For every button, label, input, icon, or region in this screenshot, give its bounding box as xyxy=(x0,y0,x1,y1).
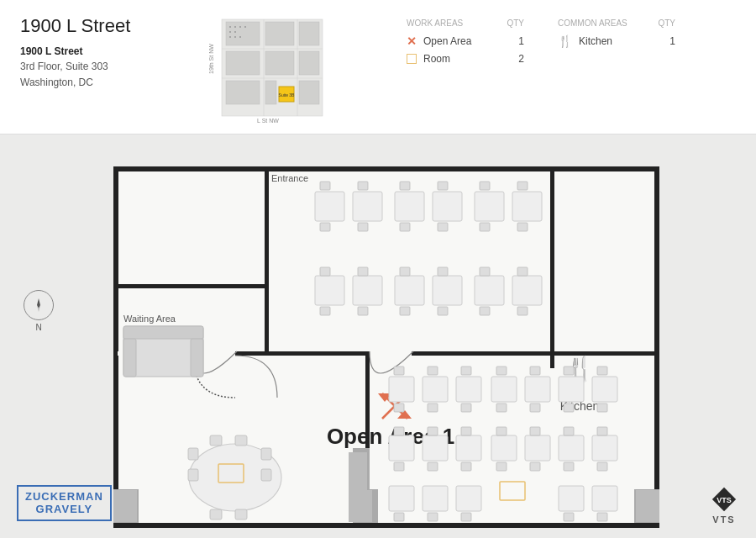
svg-rect-99 xyxy=(235,509,247,520)
svg-rect-78 xyxy=(395,276,424,305)
kitchen-qty: 1 xyxy=(669,35,675,47)
svg-text:VTS: VTS xyxy=(717,496,732,504)
svg-rect-135 xyxy=(496,427,507,435)
svg-rect-12 xyxy=(299,51,319,75)
svg-rect-136 xyxy=(530,427,540,435)
svg-rect-129 xyxy=(525,435,550,461)
svg-rect-125 xyxy=(389,435,414,461)
svg-rect-52 xyxy=(123,339,136,377)
mini-map: 19th St NW L St NW Suite 3B xyxy=(205,15,339,128)
svg-rect-64 xyxy=(320,182,330,190)
vts-brand: VTS VTS xyxy=(709,484,739,525)
compass-label: N xyxy=(35,323,41,332)
svg-rect-138 xyxy=(597,427,607,435)
svg-rect-87 xyxy=(517,267,528,276)
svg-text:L St NW: L St NW xyxy=(257,118,279,124)
svg-rect-33 xyxy=(654,166,659,528)
header-legend: Work Areas QTY ✕ Open Area 1 Room 2 Comm… xyxy=(339,15,736,70)
svg-rect-65 xyxy=(358,182,368,190)
svg-rect-86 xyxy=(480,267,490,276)
open-area-item: ✕ Open Area 1 xyxy=(407,34,524,48)
svg-rect-122 xyxy=(530,404,540,412)
svg-rect-71 xyxy=(358,223,368,231)
floorplan-area: N xyxy=(0,134,756,538)
svg-rect-156 xyxy=(597,513,607,521)
svg-rect-100 xyxy=(210,509,222,520)
svg-rect-16 xyxy=(265,81,276,104)
svg-rect-17 xyxy=(299,81,319,104)
svg-rect-60 xyxy=(395,192,424,221)
building-address-line2: Washington, DC xyxy=(20,75,188,91)
svg-rect-114 xyxy=(496,367,507,375)
room-icon xyxy=(407,54,417,64)
svg-rect-88 xyxy=(320,307,330,315)
svg-rect-45 xyxy=(370,351,412,356)
svg-text:19th St NW: 19th St NW xyxy=(208,44,214,74)
kitchen-icon: 🍴 xyxy=(558,34,572,48)
svg-rect-128 xyxy=(491,435,517,461)
svg-rect-108 xyxy=(525,377,550,402)
svg-rect-58 xyxy=(315,192,344,221)
svg-point-25 xyxy=(234,36,236,38)
svg-rect-95 xyxy=(210,435,222,446)
work-areas-title: Work Areas QTY xyxy=(407,18,524,28)
svg-rect-110 xyxy=(592,377,617,402)
svg-rect-91 xyxy=(438,307,448,315)
svg-rect-142 xyxy=(496,462,507,471)
svg-rect-77 xyxy=(353,276,382,305)
svg-rect-123 xyxy=(564,404,574,412)
svg-rect-154 xyxy=(461,513,471,521)
svg-rect-117 xyxy=(597,367,607,375)
svg-rect-149 xyxy=(456,486,481,511)
svg-point-26 xyxy=(239,36,241,38)
svg-rect-7 xyxy=(226,22,260,45)
room-item: Room 2 xyxy=(407,53,524,65)
svg-rect-63 xyxy=(512,192,542,221)
svg-rect-161 xyxy=(349,490,372,522)
svg-point-21 xyxy=(244,26,246,28)
svg-rect-144 xyxy=(564,462,574,471)
svg-rect-85 xyxy=(438,267,448,276)
svg-rect-73 xyxy=(438,223,448,231)
svg-rect-93 xyxy=(517,307,528,315)
svg-rect-109 xyxy=(559,377,584,402)
svg-rect-66 xyxy=(400,182,410,190)
svg-rect-39 xyxy=(113,318,118,356)
svg-rect-113 xyxy=(461,367,471,375)
svg-point-20 xyxy=(239,26,241,28)
svg-rect-68 xyxy=(480,182,490,190)
svg-rect-124 xyxy=(597,404,607,412)
svg-rect-61 xyxy=(433,192,462,221)
header-left: 1900 L Street 1900 L Street 3rd Floor, S… xyxy=(20,15,188,91)
svg-rect-8 xyxy=(265,22,294,45)
svg-rect-101 xyxy=(188,469,198,481)
svg-rect-148 xyxy=(423,486,448,511)
svg-rect-112 xyxy=(428,367,438,375)
header: 1900 L Street 1900 L Street 3rd Floor, S… xyxy=(0,0,756,134)
waiting-area-text: Waiting Area xyxy=(123,314,176,324)
svg-rect-145 xyxy=(597,462,607,471)
svg-rect-143 xyxy=(530,462,540,471)
vts-label: VTS xyxy=(712,514,735,525)
svg-rect-76 xyxy=(315,276,344,305)
svg-rect-69 xyxy=(517,182,528,190)
svg-rect-83 xyxy=(358,267,368,276)
svg-rect-121 xyxy=(496,404,507,412)
svg-rect-62 xyxy=(475,192,504,221)
svg-rect-102 xyxy=(188,448,198,460)
svg-rect-107 xyxy=(491,377,517,402)
svg-rect-31 xyxy=(113,523,659,528)
open-area-qty: 1 xyxy=(518,35,524,47)
svg-rect-115 xyxy=(530,367,540,375)
svg-rect-141 xyxy=(461,462,471,471)
svg-rect-151 xyxy=(592,486,617,511)
svg-rect-131 xyxy=(592,435,617,461)
svg-rect-80 xyxy=(475,276,504,305)
svg-rect-82 xyxy=(320,267,330,276)
svg-rect-41 xyxy=(118,284,265,288)
svg-rect-70 xyxy=(320,223,330,231)
vts-logo-icon: VTS xyxy=(709,484,739,514)
svg-rect-38 xyxy=(113,166,118,301)
svg-rect-9 xyxy=(299,22,319,45)
compass-circle xyxy=(24,290,54,320)
